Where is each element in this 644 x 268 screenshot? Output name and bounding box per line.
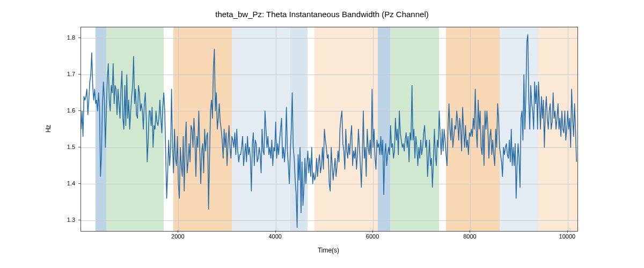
- y-tick-label: 1.8: [54, 34, 75, 41]
- y-tick-label: 1.7: [54, 71, 75, 77]
- y-tick-label: 1.6: [54, 107, 75, 114]
- x-tick-label: 8000: [463, 233, 476, 240]
- y-tick-label: 1.3: [54, 217, 75, 223]
- x-tick-label: 6000: [366, 233, 379, 240]
- y-tickmark: [78, 110, 80, 111]
- y-tick-label: 1.4: [54, 180, 75, 187]
- x-axis-label: Time(s): [318, 247, 339, 254]
- y-tick-label: 1.5: [54, 144, 75, 150]
- chart-title: theta_bw_Pz: Theta Instantaneous Bandwid…: [0, 10, 644, 19]
- x-tickmark: [178, 230, 178, 233]
- y-tickmark: [78, 74, 80, 75]
- line-trace: [81, 27, 577, 231]
- x-tick-label: 4000: [268, 233, 281, 240]
- y-tickmark: [78, 220, 80, 220]
- plot-area: [80, 27, 578, 232]
- x-tickmark: [567, 230, 568, 233]
- y-axis-label: Hz: [45, 125, 52, 133]
- x-tick-label: 10000: [559, 233, 576, 240]
- x-tickmark: [470, 230, 470, 233]
- y-tickmark: [78, 38, 80, 38]
- y-tickmark: [78, 183, 80, 184]
- chart-container: 1.31.41.51.61.71.8200040006000800010000: [80, 27, 577, 230]
- y-tickmark: [78, 147, 80, 147]
- x-tickmark: [275, 230, 276, 233]
- x-tick-label: 2000: [171, 233, 184, 240]
- x-tickmark: [372, 230, 373, 233]
